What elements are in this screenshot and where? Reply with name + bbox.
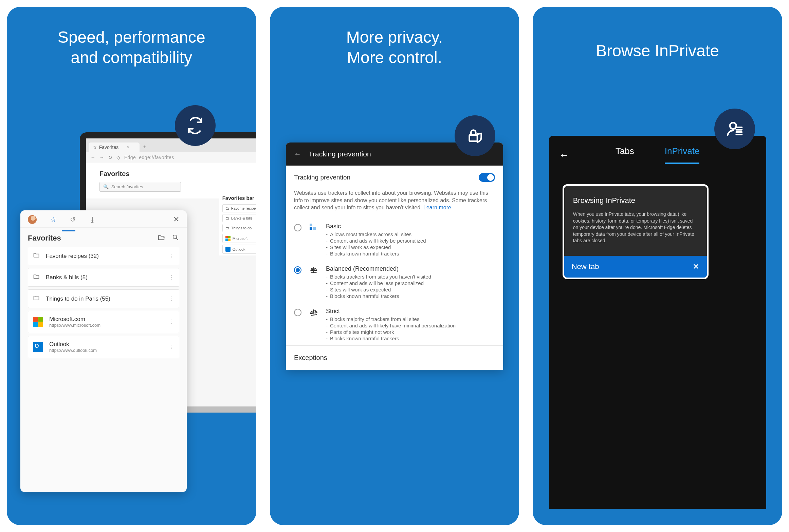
more-icon[interactable]: ⋮: [168, 318, 174, 325]
option-bullets: Blocks majority of trackers from all sit…: [326, 316, 495, 341]
site-label: Outlook: [49, 341, 97, 348]
radio-strict[interactable]: [294, 309, 301, 316]
toggle-label: Tracking prevention: [294, 174, 350, 181]
card-title: Speed, performanceand compatibility: [58, 27, 205, 68]
new-tab-button[interactable]: +: [140, 142, 149, 152]
thumb-footer: New tab ✕: [564, 256, 707, 278]
panel-tabbar: ☆ ↺ ⭳ ✕: [20, 210, 187, 228]
favorites-heading: Favorites: [99, 170, 250, 178]
tab-close-icon[interactable]: ×: [127, 145, 129, 150]
option-title: Balanced (Recommended): [326, 265, 495, 272]
privacy-badge: [455, 115, 495, 156]
bookmark-row[interactable]: Outlook: [222, 245, 256, 254]
folder-label: Things to do in Paris (55): [46, 296, 110, 302]
basic-icon: [309, 224, 318, 257]
option-bullets: Blocks trackers from sites you haven't v…: [326, 274, 495, 299]
browser-tabstrip: ☆ Favorites × +: [86, 138, 256, 152]
option-title: Basic: [326, 223, 495, 230]
favorite-folder[interactable]: Things to do in Paris (55) ⋮: [28, 289, 179, 308]
star-icon: ☆: [93, 145, 97, 150]
tabs-tab[interactable]: Tabs: [616, 146, 634, 164]
favorite-folder[interactable]: Banks & bills (5) ⋮: [28, 268, 179, 287]
folder-label: Favorite recipes (32): [46, 253, 99, 260]
tracking-prevention-panel: ← Tracking prevention Tracking preventio…: [286, 142, 503, 370]
appbar-title: Tracking prevention: [309, 150, 371, 158]
tracking-description: Websites use trackers to collect info ab…: [286, 189, 503, 218]
search-placeholder: Search favorites: [111, 184, 143, 189]
new-tab-label[interactable]: New tab: [572, 262, 599, 271]
favorite-folder[interactable]: Favorite recipes (32) ⋮: [28, 247, 179, 265]
svg-point-0: [173, 235, 177, 239]
learn-more-link[interactable]: Learn more: [423, 205, 451, 210]
folder-icon: [33, 273, 40, 282]
back-icon[interactable]: ←: [559, 149, 569, 161]
forward-icon[interactable]: →: [99, 155, 104, 160]
balanced-icon: [309, 266, 318, 300]
back-icon[interactable]: ←: [294, 150, 301, 158]
bookmarks-bar-heading: Favorites bar: [222, 195, 256, 201]
thumb-text: When you use InPrivate tabs, your browsi…: [573, 211, 698, 244]
site-url: https://www.outlook.com: [49, 348, 97, 353]
option-strict[interactable]: Strict Blocks majority of trackers from …: [286, 303, 503, 345]
folder-label: Banks & bills (5): [46, 274, 88, 281]
browser-tab[interactable]: ☆ Favorites ×: [89, 142, 140, 152]
folder-icon: [33, 294, 40, 303]
add-folder-icon[interactable]: [158, 234, 165, 243]
site-label: Microsoft.com: [49, 316, 100, 323]
history-tab-icon[interactable]: ↺: [70, 215, 76, 224]
folder-icon: 🗀: [225, 216, 229, 220]
strict-icon: [309, 308, 318, 342]
inprivate-icon: [725, 119, 744, 138]
browser-toolbar: ← → ↻ ◇ Edge edge://favorites: [86, 152, 256, 163]
option-title: Strict: [326, 308, 495, 315]
svg-point-2: [730, 122, 736, 129]
address-prefix: Edge: [124, 155, 136, 160]
inprivate-tab-thumbnail[interactable]: Browsing InPrivate When you use InPrivat…: [563, 184, 709, 279]
option-balanced[interactable]: Balanced (Recommended) Blocks trackers f…: [286, 261, 503, 303]
option-basic[interactable]: Basic Allows most trackers across all si…: [286, 218, 503, 261]
more-icon[interactable]: ⋮: [168, 274, 174, 281]
favorites-search[interactable]: 🔍 Search favorites: [99, 182, 181, 192]
promo-card-privacy: More privacy.More control. ← Tracking pr…: [270, 7, 519, 525]
more-icon[interactable]: ⋮: [168, 343, 174, 350]
inprivate-badge: [714, 109, 755, 149]
toggle-switch[interactable]: [479, 173, 495, 182]
radio-basic[interactable]: [294, 224, 301, 231]
option-bullets: Allows most trackers across all sites Co…: [326, 231, 495, 256]
more-icon[interactable]: ⋮: [168, 252, 174, 260]
sync-badge: [175, 105, 216, 146]
close-icon[interactable]: ✕: [693, 262, 699, 271]
bookmark-row[interactable]: 🗀Banks & bills: [222, 214, 256, 222]
avatar[interactable]: [28, 215, 37, 224]
lock-shield-icon: [465, 126, 484, 145]
close-icon[interactable]: ✕: [173, 215, 179, 224]
outlook-icon: [225, 247, 231, 252]
bookmark-row[interactable]: Microsoft: [222, 234, 256, 243]
folder-icon: 🗀: [225, 206, 229, 210]
mobile-favorites-panel: ☆ ↺ ⭳ ✕ Favorites Favorite recipes (32) …: [20, 210, 187, 492]
downloads-tab-icon[interactable]: ⭳: [89, 216, 96, 224]
master-toggle-row[interactable]: Tracking prevention: [286, 166, 503, 189]
thumb-title: Browsing InPrivate: [573, 196, 698, 205]
favorites-tab-icon[interactable]: ☆: [50, 215, 56, 224]
card-title: Browse InPrivate: [596, 41, 719, 61]
bookmark-row[interactable]: 🗀Things to do: [222, 224, 256, 232]
inprivate-tab[interactable]: InPrivate: [665, 146, 700, 164]
microsoft-icon: [225, 236, 231, 241]
radio-balanced[interactable]: [294, 266, 301, 274]
favorite-site[interactable]: Outlookhttps://www.outlook.com ⋮: [28, 336, 179, 358]
promo-card-speed: Speed, performanceand compatibility ☆ Fa…: [7, 7, 256, 525]
back-icon[interactable]: ←: [91, 155, 95, 160]
sync-icon: [186, 116, 205, 135]
exceptions-row[interactable]: Exceptions: [286, 345, 503, 370]
card-title: More privacy.More control.: [346, 27, 443, 68]
svg-rect-1: [470, 135, 477, 141]
promo-card-inprivate: Browse InPrivate ← Tabs InPrivate Browsi…: [533, 7, 782, 525]
search-icon: 🔍: [103, 184, 109, 189]
more-icon[interactable]: ⋮: [168, 295, 174, 302]
bookmark-row[interactable]: 🗀Favorite recipes: [222, 204, 256, 212]
address-url[interactable]: edge://favorites: [139, 155, 174, 160]
search-icon[interactable]: [172, 234, 179, 243]
refresh-icon[interactable]: ↻: [108, 155, 112, 160]
favorite-site[interactable]: Microsoft.comhttps://www.microsoft.com ⋮: [28, 311, 179, 333]
